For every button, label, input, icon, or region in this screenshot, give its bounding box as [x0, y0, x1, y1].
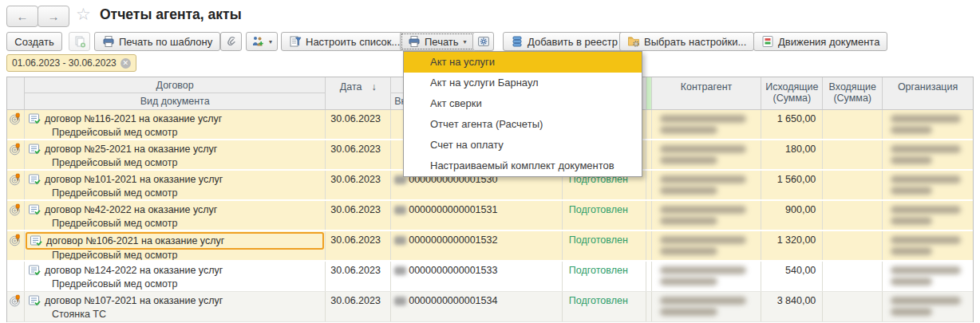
column-header-incoming[interactable]: Входящие (Сумма) — [823, 77, 883, 109]
indicator-cell[interactable] — [646, 231, 652, 260]
outgoing-sum-cell[interactable]: 3 840,00 — [761, 292, 823, 321]
print-menu-item[interactable]: Счет на оплату — [404, 135, 642, 156]
row-state-cell[interactable] — [7, 231, 25, 260]
column-header-date[interactable]: Дата ↓ — [326, 77, 391, 109]
row-state-cell[interactable] — [7, 140, 25, 169]
incoming-sum-cell[interactable] — [823, 231, 883, 260]
table-row[interactable]: договор №124-2022 на оказание услугПредр… — [7, 262, 973, 292]
date-cell[interactable]: 30.06.2023 — [326, 171, 391, 199]
contract-cell[interactable]: договор №107-2021 на оказание услугСтоян… — [25, 292, 326, 321]
indicator-cell[interactable] — [646, 262, 652, 291]
date-cell[interactable]: 30.06.2023 — [326, 262, 391, 291]
print-menu-item[interactable]: Отчет агента (Расчеты) — [404, 114, 642, 135]
contractor-cell[interactable] — [652, 262, 762, 291]
date-cell[interactable]: 30.06.2023 — [326, 201, 391, 230]
status-cell[interactable]: Подготовлен — [563, 292, 646, 321]
contractor-cell[interactable] — [652, 171, 762, 199]
contractor-cell[interactable] — [652, 292, 762, 321]
status-cell[interactable]: Подготовлен — [563, 262, 646, 291]
status-cell[interactable]: Подготовлен — [563, 201, 646, 230]
print-menu-item[interactable]: Акт сверки — [404, 93, 642, 114]
organization-cell[interactable] — [883, 262, 973, 291]
indicator-cell[interactable] — [646, 201, 652, 230]
column-header-contract[interactable]: Договор Вид документа — [25, 77, 326, 109]
organization-cell[interactable] — [883, 140, 973, 169]
remove-filter-icon[interactable]: ✕ — [121, 58, 131, 69]
incoming-sum-cell[interactable] — [823, 292, 883, 321]
print-button[interactable]: Печать ▾ — [400, 32, 475, 51]
incoming-sum-cell[interactable] — [823, 110, 883, 139]
create-button[interactable]: Создать — [6, 32, 62, 51]
date-cell[interactable]: 30.06.2023 — [326, 292, 391, 321]
copy-document-icon — [73, 35, 86, 48]
contract-cell[interactable]: договор №42-2022 на оказание услугПредре… — [25, 201, 326, 230]
number-text: 0000000000001533 — [409, 265, 497, 276]
column-header-indicator[interactable] — [646, 77, 652, 109]
contract-cell[interactable]: договор №124-2022 на оказание услугПредр… — [25, 262, 326, 291]
indicator-cell[interactable] — [646, 140, 652, 169]
contract-cell[interactable]: договор №101-2021 на оказание услугПредр… — [25, 171, 326, 199]
organization-cell[interactable] — [883, 171, 973, 199]
assign-users-button[interactable]: ▾ — [246, 32, 278, 51]
incoming-sum-cell[interactable] — [823, 171, 883, 199]
print-by-template-button[interactable]: Печать по шаблону — [94, 32, 220, 51]
forward-button[interactable]: → — [38, 6, 69, 27]
indicator-cell[interactable] — [646, 292, 652, 321]
period-filter-chip[interactable]: 01.06.2023 - 30.06.2023 ✕ — [6, 54, 136, 72]
date-cell[interactable]: 30.06.2023 — [326, 140, 391, 169]
contractor-cell[interactable] — [652, 231, 762, 260]
contract-cell[interactable]: договор №116-2021 на оказание услугПредр… — [25, 110, 326, 139]
column-header-organization[interactable]: Организация — [883, 77, 973, 109]
contractor-cell[interactable] — [652, 140, 762, 169]
row-state-cell[interactable] — [7, 171, 25, 199]
number-cell[interactable]: 0000000000001534 — [391, 292, 563, 321]
contractor-cell[interactable] — [652, 110, 762, 139]
outgoing-sum-cell[interactable]: 540,00 — [761, 262, 823, 291]
contract-cell[interactable]: договор №106-2021 на оказание услугПредр… — [25, 231, 326, 260]
organization-cell[interactable] — [883, 110, 973, 139]
number-cell[interactable]: 0000000000001533 — [391, 262, 563, 291]
number-cell[interactable]: 0000000000001532 — [391, 231, 563, 260]
contractor-cell[interactable] — [652, 201, 762, 230]
print-settings-button[interactable] — [472, 32, 494, 51]
number-cell[interactable]: 0000000000001531 — [391, 201, 563, 230]
date-cell[interactable]: 30.06.2023 — [326, 110, 391, 139]
print-menu-item[interactable]: Акт на услуги — [404, 52, 642, 73]
add-to-registry-button[interactable]: Добавить в реестр ▾ — [503, 32, 634, 51]
organization-cell[interactable] — [883, 292, 973, 321]
contract-cell[interactable]: договор №25-2021 на оказание услугПредре… — [25, 140, 326, 169]
indicator-cell[interactable] — [646, 110, 652, 139]
incoming-sum-cell[interactable] — [823, 262, 883, 291]
organization-cell[interactable] — [883, 231, 973, 260]
document-movements-button[interactable]: Движения документа — [753, 32, 887, 51]
status-cell[interactable]: Подготовлен — [563, 231, 646, 260]
outgoing-sum-cell[interactable]: 180,00 — [761, 140, 823, 169]
row-state-cell[interactable] — [7, 201, 25, 230]
table-row[interactable]: договор №107-2021 на оказание услугСтоян… — [7, 292, 973, 322]
table-row[interactable]: договор №106-2021 на оказание услугПредр… — [7, 231, 973, 262]
attachments-button[interactable] — [220, 32, 242, 51]
print-menu-item[interactable]: Настраиваемый комплект документов — [404, 156, 642, 176]
print-menu-item[interactable]: Акт на услуги Барнаул — [404, 73, 642, 93]
column-header-outgoing[interactable]: Исходящие (Сумма) — [761, 77, 823, 109]
incoming-sum-cell[interactable] — [823, 140, 883, 169]
column-header-icon[interactable] — [7, 77, 25, 109]
organization-cell[interactable] — [883, 201, 973, 230]
table-row[interactable]: договор №42-2022 на оказание услугПредре… — [7, 201, 973, 231]
date-cell[interactable]: 30.06.2023 — [326, 231, 391, 260]
indicator-cell[interactable] — [646, 171, 652, 199]
row-state-cell[interactable] — [7, 262, 25, 291]
back-button[interactable]: ← — [6, 6, 38, 27]
configure-list-button[interactable]: Настроить список... — [281, 32, 408, 51]
column-header-contractor[interactable]: Контрагент — [652, 77, 762, 109]
outgoing-sum-cell[interactable]: 1 320,00 — [761, 231, 823, 260]
incoming-sum-cell[interactable] — [823, 201, 883, 230]
row-state-cell[interactable] — [7, 292, 25, 321]
row-state-cell[interactable] — [7, 110, 25, 139]
outgoing-sum-cell[interactable]: 1 650,00 — [761, 110, 823, 139]
choose-settings-button[interactable]: Выбрать настройки... — [619, 32, 754, 51]
favorite-star-icon[interactable]: ☆ — [76, 5, 91, 24]
blurred-text — [660, 156, 717, 164]
outgoing-sum-cell[interactable]: 900,00 — [761, 201, 823, 230]
outgoing-sum-cell[interactable]: 1 560,00 — [761, 171, 823, 199]
